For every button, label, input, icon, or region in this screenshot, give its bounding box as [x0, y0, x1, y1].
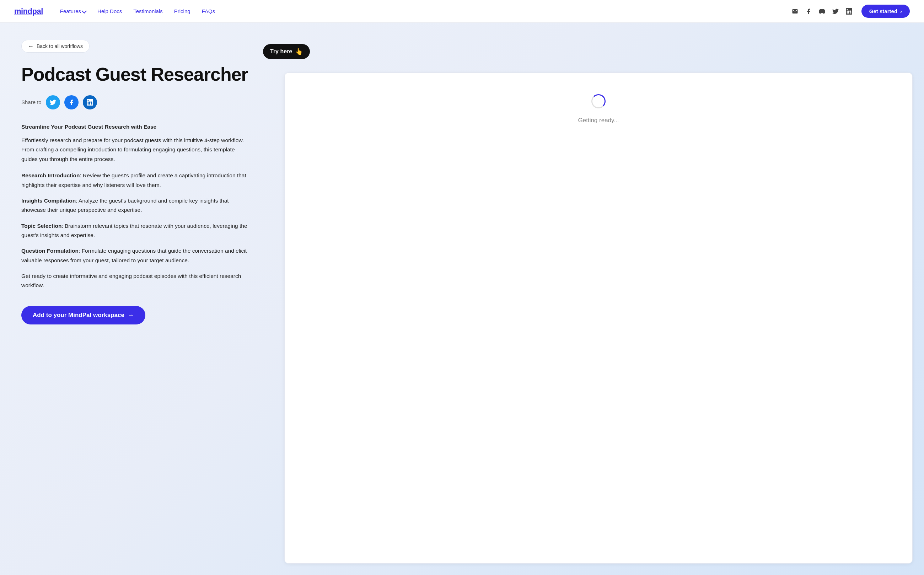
- back-arrow-icon: ←: [28, 43, 34, 49]
- share-facebook-button[interactable]: [64, 95, 79, 110]
- facebook-icon[interactable]: [805, 8, 813, 15]
- intro-bold: Streamline Your Podcast Guest Research w…: [21, 122, 249, 132]
- back-to-workflows-button[interactable]: ← Back to all workflows: [21, 40, 90, 52]
- nav-help-docs[interactable]: Help Docs: [97, 8, 122, 14]
- try-here-badge[interactable]: Try here 👆: [263, 44, 310, 59]
- logo[interactable]: mindpal: [14, 7, 43, 16]
- intro-text: Effortlessly research and prepare for yo…: [21, 136, 249, 164]
- email-icon[interactable]: [791, 8, 799, 15]
- navbar: mindpal Features Help Docs Testimonials …: [0, 0, 924, 23]
- nav-testimonials[interactable]: Testimonials: [133, 8, 163, 14]
- feature-topic: Topic Selection: Brainstorm relevant top…: [21, 221, 249, 240]
- feature-question-label: Question Formulation: [21, 248, 79, 254]
- feature-research-intro: Research Introduction: Review the guest'…: [21, 171, 249, 190]
- page-body: ← Back to all workflows Podcast Guest Re…: [0, 23, 924, 575]
- discord-icon[interactable]: [818, 8, 826, 15]
- right-panel: Try here 👆 Getting ready...: [270, 23, 924, 575]
- nav-features[interactable]: Features: [60, 8, 86, 14]
- outro-text: Get ready to create informative and enga…: [21, 272, 249, 290]
- feature-topic-label: Topic Selection: [21, 223, 62, 229]
- share-twitter-button[interactable]: [46, 95, 60, 110]
- arrow-right-icon: →: [128, 312, 134, 319]
- share-label: Share to: [21, 99, 41, 105]
- get-started-button[interactable]: Get started ›: [862, 5, 910, 18]
- feature-research-intro-label: Research Introduction: [21, 172, 80, 178]
- page-title: Podcast Guest Researcher: [21, 64, 249, 85]
- feature-insights: Insights Compilation: Analyze the guest'…: [21, 196, 249, 215]
- feature-insights-label: Insights Compilation: [21, 198, 76, 203]
- twitter-icon[interactable]: [832, 8, 840, 15]
- left-panel: ← Back to all workflows Podcast Guest Re…: [0, 23, 270, 575]
- nav-faqs[interactable]: FAQs: [202, 8, 215, 14]
- chevron-down-icon: [82, 8, 87, 13]
- pointing-up-emoji: 👆: [295, 48, 303, 56]
- add-to-workspace-button[interactable]: Add to your MindPal workspace →: [21, 306, 145, 324]
- arrow-right-icon: ›: [900, 8, 902, 14]
- try-here-label: Try here: [270, 48, 292, 55]
- nav-social-icons: [791, 8, 853, 15]
- nav-links: Features Help Docs Testimonials Pricing …: [60, 8, 783, 14]
- nav-pricing[interactable]: Pricing: [174, 8, 191, 14]
- feature-question: Question Formulation: Formulate engaging…: [21, 246, 249, 265]
- loading-spinner: [591, 94, 606, 108]
- share-linkedin-button[interactable]: [83, 95, 97, 110]
- getting-ready-text: Getting ready...: [578, 117, 619, 124]
- workflow-preview-card: Getting ready...: [284, 73, 913, 564]
- share-row: Share to: [21, 95, 249, 110]
- linkedin-icon[interactable]: [845, 8, 853, 15]
- content-section: Streamline Your Podcast Guest Research w…: [21, 122, 249, 290]
